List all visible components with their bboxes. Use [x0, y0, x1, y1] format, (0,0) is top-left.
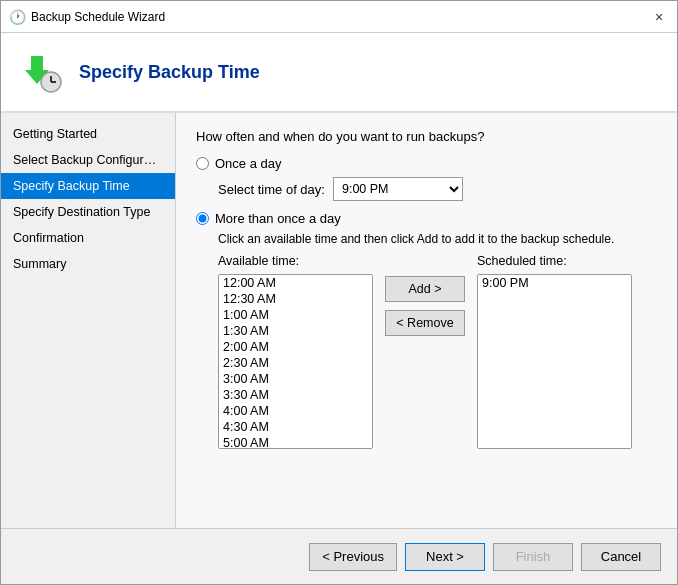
- sidebar-item[interactable]: Confirmation: [1, 225, 175, 251]
- close-button[interactable]: ×: [649, 7, 669, 27]
- time-select-row: Select time of day: 9:00 PM: [218, 177, 657, 201]
- once-a-day-label[interactable]: Once a day: [215, 156, 282, 171]
- available-time-option[interactable]: 12:00 AM: [219, 275, 372, 291]
- next-button[interactable]: Next >: [405, 543, 485, 571]
- remove-button[interactable]: < Remove: [385, 310, 465, 336]
- available-time-option[interactable]: 5:00 AM: [219, 435, 372, 449]
- sidebar-item[interactable]: Getting Started: [1, 121, 175, 147]
- more-desc-text: Click an available time and then click A…: [218, 232, 657, 246]
- more-than-once-label[interactable]: More than once a day: [215, 211, 341, 226]
- available-times-list[interactable]: 12:00 AM12:30 AM1:00 AM1:30 AM2:00 AM2:3…: [218, 274, 373, 449]
- main-window: 🕐 Backup Schedule Wizard × Specify Backu…: [0, 0, 678, 585]
- available-time-option[interactable]: 4:30 AM: [219, 419, 372, 435]
- more-than-once-row: More than once a day: [196, 211, 657, 226]
- available-time-option[interactable]: 2:30 AM: [219, 355, 372, 371]
- content-area: How often and when do you want to run ba…: [176, 113, 677, 528]
- sidebar-item[interactable]: Specify Destination Type: [1, 199, 175, 225]
- header-icon-wrap: [17, 48, 65, 96]
- lists-area: Available time: 12:00 AM12:30 AM1:00 AM1…: [218, 254, 657, 449]
- time-of-day-dropdown[interactable]: 9:00 PM: [333, 177, 463, 201]
- available-time-option[interactable]: 3:00 AM: [219, 371, 372, 387]
- footer: < Previous Next > Finish Cancel: [1, 528, 677, 584]
- available-label: Available time:: [218, 254, 373, 268]
- available-time-option[interactable]: 12:30 AM: [219, 291, 372, 307]
- available-time-option[interactable]: 4:00 AM: [219, 403, 372, 419]
- app-icon: 🕐: [9, 9, 25, 25]
- available-list-section: Available time: 12:00 AM12:30 AM1:00 AM1…: [218, 254, 373, 449]
- once-a-day-row: Once a day: [196, 156, 657, 171]
- sidebar-item[interactable]: Summary: [1, 251, 175, 277]
- window-title: Backup Schedule Wizard: [31, 10, 165, 24]
- once-a-day-radio[interactable]: [196, 157, 209, 170]
- body-area: Getting StartedSelect Backup Configurat.…: [1, 113, 677, 528]
- add-button[interactable]: Add >: [385, 276, 465, 302]
- sidebar-item[interactable]: Select Backup Configurat...: [1, 147, 175, 173]
- previous-button[interactable]: < Previous: [309, 543, 397, 571]
- sidebar-item[interactable]: Specify Backup Time: [1, 173, 175, 199]
- title-bar-left: 🕐 Backup Schedule Wizard: [9, 9, 165, 25]
- scheduled-list-section: Scheduled time: 9:00 PM: [477, 254, 632, 449]
- title-bar: 🕐 Backup Schedule Wizard ×: [1, 1, 677, 33]
- finish-button[interactable]: Finish: [493, 543, 573, 571]
- header-area: Specify Backup Time: [1, 33, 677, 113]
- question-text: How often and when do you want to run ba…: [196, 129, 657, 144]
- available-time-option[interactable]: 1:30 AM: [219, 323, 372, 339]
- sidebar: Getting StartedSelect Backup Configurat.…: [1, 113, 176, 528]
- available-time-option[interactable]: 1:00 AM: [219, 307, 372, 323]
- page-title: Specify Backup Time: [79, 62, 260, 83]
- transfer-buttons: Add > < Remove: [385, 276, 465, 336]
- available-time-option[interactable]: 2:00 AM: [219, 339, 372, 355]
- available-time-option[interactable]: 3:30 AM: [219, 387, 372, 403]
- scheduled-label: Scheduled time:: [477, 254, 632, 268]
- scheduled-times-list[interactable]: 9:00 PM: [477, 274, 632, 449]
- scheduled-time-option[interactable]: 9:00 PM: [478, 275, 631, 291]
- select-time-label: Select time of day:: [218, 182, 325, 197]
- header-icon: [17, 48, 65, 96]
- more-than-once-radio[interactable]: [196, 212, 209, 225]
- cancel-button[interactable]: Cancel: [581, 543, 661, 571]
